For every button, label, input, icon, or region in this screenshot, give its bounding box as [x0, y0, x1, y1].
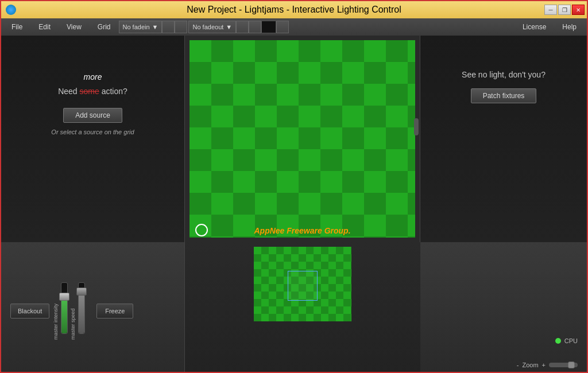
need-action-text: more Need some action? — [58, 70, 127, 99]
lower-left-panel: Blackout master intensity master speed — [1, 242, 185, 373]
toolbar-fadeout: No fadeout ▼ — [188, 21, 236, 33]
master-speed-fader[interactable]: master speed — [78, 277, 85, 340]
left-panel: more Need some action? Add source Or sel… — [1, 36, 185, 242]
menu-help[interactable]: Help — [554, 21, 585, 33]
patch-fixtures-button[interactable]: Patch fixtures — [471, 88, 537, 103]
master-speed-label: master speed — [70, 277, 76, 340]
right-panel: See no light, don't you? Patch fixtures — [420, 36, 587, 242]
more-label: more — [84, 72, 102, 81]
add-source-button[interactable]: Add source — [63, 108, 122, 123]
fader2-fill — [79, 293, 84, 333]
lower-center-panel — [185, 242, 420, 373]
action-label: action? — [99, 87, 127, 96]
toolbar-btn-3[interactable] — [236, 21, 249, 33]
fader2-track[interactable] — [78, 282, 85, 334]
right-menu: License Help — [514, 21, 585, 33]
toolbar-btn-5[interactable] — [276, 21, 289, 33]
or-select-label: Or select a source on the grid — [51, 129, 134, 135]
main-content: more Need some action? Add source Or sel… — [1, 36, 587, 373]
toolbar-btn-4[interactable] — [249, 21, 261, 33]
menubar: File Edit View Grid No fadein ▼ No fadeo… — [1, 18, 587, 36]
master-intensity-fader[interactable]: master intensity — [61, 277, 68, 340]
titlebar-title: New Project - Lightjams - Interactive Li… — [187, 5, 401, 15]
restore-button[interactable]: ❐ — [558, 5, 571, 15]
lower-section: Blackout master intensity master speed — [1, 242, 587, 373]
fadeout-dropdown[interactable]: No fadeout ▼ — [188, 21, 236, 33]
menu-grid[interactable]: Grid — [90, 21, 119, 33]
toolbar-btn-2[interactable] — [175, 21, 187, 33]
upper-section: more Need some action? Add source Or sel… — [1, 36, 587, 242]
fadein-dropdown[interactable]: No fadein ▼ — [119, 21, 163, 33]
grid-canvas[interactable] — [189, 40, 415, 238]
center-grid-panel[interactable]: AppNee Freeware Group. — [185, 36, 420, 242]
mini-viewport-indicator[interactable] — [288, 271, 318, 301]
master-intensity-label: master intensity — [53, 277, 59, 340]
menu-file[interactable]: File — [3, 21, 30, 33]
titlebar: New Project - Lightjams - Interactive Li… — [1, 1, 587, 18]
fader1-handle[interactable] — [59, 293, 69, 301]
checkerboard-grid[interactable] — [189, 40, 415, 238]
chevron-down-icon2: ▼ — [226, 24, 232, 30]
zoom-plus-label[interactable]: + — [542, 362, 546, 368]
color-picker-btn[interactable] — [261, 21, 276, 33]
zoom-text-label: Zoom — [522, 362, 538, 368]
menu-license[interactable]: License — [514, 21, 554, 33]
close-button[interactable]: ✕ — [572, 5, 585, 15]
some-label: some — [80, 87, 99, 96]
toolbar-btn-1[interactable] — [162, 21, 175, 33]
freeze-button[interactable]: Freeze — [96, 304, 133, 318]
need-label: Need — [58, 87, 79, 96]
circle-indicator — [195, 224, 208, 236]
zoom-controls: - Zoom + — [517, 362, 578, 368]
fader1-track[interactable] — [61, 282, 68, 334]
menu-edit[interactable]: Edit — [30, 21, 59, 33]
blackout-button[interactable]: Blackout — [10, 304, 49, 318]
minimize-button[interactable]: ─ — [544, 5, 557, 15]
see-no-light-text: See no light, don't you? — [462, 70, 546, 79]
cpu-indicator: CPU — [555, 337, 578, 344]
window-controls: ─ ❐ ✕ — [544, 5, 585, 15]
app-logo — [6, 5, 16, 15]
fader1-fill — [61, 298, 67, 333]
chevron-down-icon: ▼ — [152, 24, 158, 30]
toolbar-fadein: No fadein ▼ — [119, 21, 163, 33]
zoom-minus-label[interactable]: - — [517, 362, 519, 368]
zoom-thumb[interactable] — [568, 362, 575, 368]
menu-view[interactable]: View — [59, 21, 90, 33]
fader2-handle[interactable] — [76, 287, 87, 296]
zoom-slider[interactable] — [549, 363, 578, 367]
watermark-text: AppNee Freeware Group. — [254, 226, 350, 235]
grid-scrollbar[interactable] — [414, 118, 419, 135]
cpu-status-dot — [555, 338, 561, 344]
lower-right-panel: CPU - Zoom + — [420, 242, 587, 373]
cpu-label: CPU — [564, 337, 578, 344]
